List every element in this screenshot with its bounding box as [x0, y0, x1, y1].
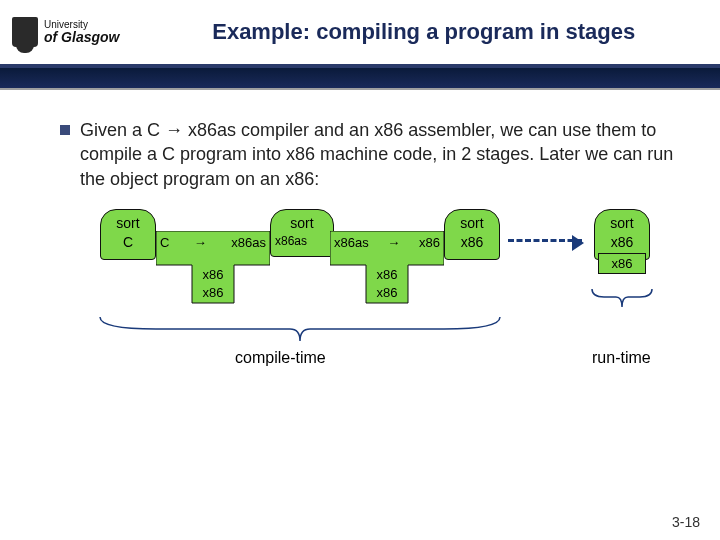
header-underbar [0, 68, 720, 90]
compiler-to: x86as [231, 235, 266, 250]
brace-left-label: compile-time [235, 349, 326, 367]
compiler-machine: x86 [156, 285, 270, 300]
dashed-arrow-icon [508, 239, 582, 242]
assembler-from: x86as [334, 235, 369, 250]
run-machine: x86 [598, 253, 646, 274]
tombstone-intermediate: sort x86as [270, 209, 334, 257]
assembler-machine: x86 [330, 285, 444, 300]
t-assembler: x86as → x86 x86 x86 [330, 231, 444, 305]
compiler-from: C [160, 235, 169, 250]
prog3-name: sort [447, 214, 497, 234]
assembler-impl: x86 [330, 267, 444, 282]
crest-icon [12, 17, 38, 47]
prog3-lang: x86 [447, 233, 497, 253]
brace-right-label: run-time [592, 349, 651, 367]
diagram: sort C C → x86as x86 x86 sort x86as [60, 209, 674, 419]
tombstone-source: sort C [100, 209, 156, 260]
brace-right-icon [588, 287, 656, 311]
assembler-to: x86 [419, 235, 440, 250]
university-logo: University of Glasgow [12, 17, 119, 47]
bullet-1: Given a C → x86as compiler and an x86 as… [60, 118, 674, 191]
arrow-icon: → [387, 235, 400, 250]
page-title: Example: compiling a program in stages [119, 19, 708, 45]
t-compiler: C → x86as x86 x86 [156, 231, 270, 305]
arrow-icon: → [194, 235, 207, 250]
prog1-lang: C [103, 233, 153, 253]
logo-line2: of Glasgow [44, 30, 119, 44]
bullet-text: Given a C → x86as compiler and an x86 as… [80, 118, 674, 191]
tombstone-object: sort x86 [444, 209, 500, 260]
brace-left-icon [96, 315, 504, 345]
content: Given a C → x86as compiler and an x86 as… [0, 90, 720, 429]
header: University of Glasgow Example: compiling… [0, 0, 720, 68]
prog2-name: sort [273, 214, 331, 234]
prog4-lang: x86 [597, 233, 647, 253]
prog2-lang1: x86as [275, 233, 307, 250]
slide-number: 3-18 [672, 514, 700, 530]
prog1-name: sort [103, 214, 153, 234]
bullet-square-icon [60, 125, 70, 135]
prog4-name: sort [597, 214, 647, 234]
compiler-impl: x86 [156, 267, 270, 282]
